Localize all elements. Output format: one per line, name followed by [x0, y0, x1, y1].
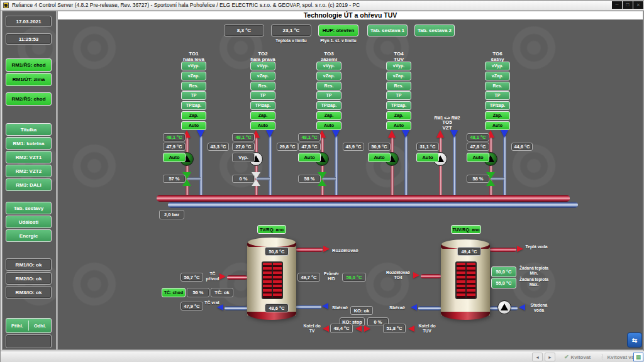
warning-icon: ❕ [598, 354, 605, 360]
circuit-to3-mode-btn-res[interactable]: Res. [316, 82, 341, 90]
rm2-rs-status[interactable]: RM2/ŘS: chod [6, 92, 52, 106]
rm3-io-status[interactable]: RM3/IO: ok [6, 286, 52, 299]
circuit-to6-header: TO6šatny [471, 52, 524, 62]
outdoor-temp: 8,3 °C [224, 25, 264, 36]
circuit-to1-valve-percent: 57 % [163, 175, 186, 183]
circuit-to1-mode-btn-zap[interactable]: Zap. [181, 111, 206, 120]
view-toggle-icon[interactable]: ▦ [633, 353, 643, 361]
acknowledge-button[interactable]: ✔ Kvitovat [559, 352, 596, 362]
circuit-to6-mode-btn-res[interactable]: Res. [485, 82, 510, 90]
next-alarm-button[interactable]: ► [545, 353, 555, 361]
sidebar-item-energie[interactable]: Energie [6, 229, 52, 242]
minimize-icon[interactable]: ─ [612, 1, 622, 9]
circuit-to2-mode-btn-tp[interactable]: TP [250, 91, 275, 100]
circuit-to3-mode-btn-zap[interactable]: Zap. [316, 111, 341, 120]
circuit-to1-mode: Auto [163, 153, 186, 162]
circuit-to4-mode-btn-res[interactable]: Res. [386, 82, 411, 90]
circuit-to1-mode-btn-tpzap[interactable]: TP/zap. [181, 101, 206, 110]
circuit-to6-mode-btn-vvyp[interactable]: vVyp. [485, 62, 510, 70]
circuit-to6-mode-btn-zap[interactable]: Zap. [485, 111, 510, 120]
login-logout-group: Přihl. Odhl. [6, 318, 52, 333]
tuv-setpoint-min: 50,0 °C [491, 266, 516, 277]
circuit-to2-mode-btn-res[interactable]: Res. [250, 82, 275, 90]
user-display [6, 334, 52, 348]
sidebar-item-rm1-kotelna[interactable]: RM1: kotelna [6, 137, 52, 150]
circuit-to3-mode-btn-vzap[interactable]: vZap. [316, 72, 341, 80]
rm2-io-status[interactable]: RM2/IO: ok [6, 272, 52, 285]
collector-pipe [296, 305, 321, 309]
date-display: 17.03.2021 [6, 16, 52, 27]
circuit-to6-mode-btn-tp[interactable]: TP [485, 91, 510, 100]
circuit-to4-mode-btn-auto[interactable]: Auto [386, 121, 411, 130]
prev-alarm-button[interactable]: ◄ [532, 353, 543, 361]
circuit-to3-mode-btn-auto[interactable]: Auto [316, 121, 341, 130]
circuit-to6-mode-btn-vzap[interactable]: vZap. [485, 72, 510, 80]
circuit-to2-supply-pipe [255, 136, 258, 200]
circuit-to6-mode-btn-auto[interactable]: Auto [485, 121, 510, 130]
boiler-to-tuv-temp: 51,8 °C [383, 324, 406, 333]
tuv-collector-pipe [418, 306, 441, 310]
tuv-setpoint-max-label: Žádaná teplota Max. [519, 277, 549, 287]
circuit-to6-return-flow-arrow-icon [501, 130, 508, 138]
circuit-to1-supply-temp: 47,9 °C [163, 143, 186, 151]
circuit-to4-mode-btn-vzap[interactable]: vZap. [386, 72, 411, 80]
circuit-to4-mode-btn-tpzap[interactable]: TP/zap. [386, 101, 411, 110]
indoor-temp: 23,1 °C [271, 25, 311, 36]
collector-arrow-icon [322, 303, 328, 309]
login-button[interactable]: Přihl. [6, 323, 28, 329]
circuit-to2-mode: Vyp. [232, 153, 255, 162]
circuit-to2-mode-btn-vvyp[interactable]: vVyp. [250, 62, 275, 70]
logout-button[interactable]: Odhl. [29, 323, 51, 329]
window-titlebar: Reliance 4 Control Server (4.8.2 Pre-rel… [1, 1, 644, 11]
tab-sestava-1-button[interactable]: Tab. sestava 1 [367, 25, 408, 36]
tuv-setpoint-max: 55,0 °C [491, 278, 516, 288]
circuit-to2-header: TO2hala pravá [236, 52, 289, 62]
circuit-to5-supply-pipe [439, 136, 442, 200]
distributor-arrow-icon [323, 246, 330, 252]
circuit-to3-return-temp: 43,9 °C [343, 143, 364, 151]
circuit-to4-mode-btn-tp[interactable]: TP [386, 91, 411, 100]
circuit-to1-mode-btn-vzap[interactable]: vZap. [181, 72, 206, 80]
sidebar-item-tab-sestavy[interactable]: Tab. sestavy [6, 202, 52, 214]
sidebar-item-titulka[interactable]: Titulka [6, 123, 52, 136]
circuit-to2-mode-btn-zap[interactable]: Zap. [250, 111, 275, 120]
circuit-to1-mode-btn-tp[interactable]: TP [181, 91, 206, 100]
circuit-to3-mode-btn-tpzap[interactable]: TP/zap. [316, 101, 341, 110]
circuit-to2-mode-btn-vzap[interactable]: vZap. [250, 72, 275, 80]
circuit-to5-supply-temp: 31,1 °C [416, 143, 439, 151]
circuit-to1-mode-btn-vvyp[interactable]: vVyp. [181, 62, 206, 70]
pump-triangle-icon [501, 304, 508, 310]
rm1-io-status[interactable]: RM1/IO: ok [6, 258, 52, 271]
circuit-to4-mode-btn-zap[interactable]: Zap. [386, 111, 411, 120]
rm1-ut-status[interactable]: RM1/ÚT: zima [6, 73, 52, 86]
circuit-to3-return-flow-arrow-icon [332, 130, 340, 138]
circuit-to6-mode-btn-tpzap[interactable]: TP/zap. [485, 101, 510, 110]
circuit-to3-mode-btn-vvyp[interactable]: vVyp. [316, 62, 341, 70]
window-title: Reliance 4 Control Server (4.8.2 Pre-rel… [12, 1, 360, 10]
tuv-from-label: Rozdělovač TO4 [384, 270, 412, 281]
sidebar-item-rm2-vzt2[interactable]: RM2: VZT2 [6, 165, 52, 177]
return-main-pipe [168, 202, 578, 208]
sidebar-item-rm2-vzt1[interactable]: RM2: VZT1 [6, 151, 52, 163]
tuv-tank-status: TUV/RQ: ano [451, 225, 481, 234]
sidebar-item-udalosti[interactable]: Události [6, 216, 52, 228]
acknowledge-all-button[interactable]: ❕ Kvitovat vše [597, 352, 638, 362]
hup-caption: Plyn 1. st. v limitu [308, 38, 369, 43]
circuit-to3-mode-btn-tp[interactable]: TP [316, 91, 341, 100]
close-icon[interactable]: ✕ [633, 1, 643, 9]
remote-access-icon[interactable]: ⇆ [627, 332, 642, 348]
circuit-to4-mode-btn-vvyp[interactable]: vVyp. [386, 62, 411, 70]
circuit-to5-mode: Auto [416, 153, 439, 162]
circuit-to2-mode-btn-auto[interactable]: Auto [250, 121, 275, 130]
check-icon: ✔ [564, 354, 569, 360]
rm1-rs-status[interactable]: RM1/ŘS: chod [6, 58, 52, 72]
circuit-to1-mode-btn-auto[interactable]: Auto [181, 121, 206, 130]
sidebar-item-rm3-dali[interactable]: RM3: DALI [6, 178, 52, 191]
tab-sestava-2-button[interactable]: Tab. sestava 2 [414, 25, 455, 36]
tuv-tank-coil [455, 261, 477, 299]
circuit-to1-mode-btn-res[interactable]: Res. [181, 82, 206, 90]
circuit-to6-valve-percent: 58 % [467, 175, 489, 183]
circuit-to1-header: TO1hala levá [167, 52, 220, 62]
maximize-icon[interactable]: ☐ [623, 1, 633, 9]
circuit-to2-mode-btn-tpzap[interactable]: TP/zap. [250, 101, 275, 110]
